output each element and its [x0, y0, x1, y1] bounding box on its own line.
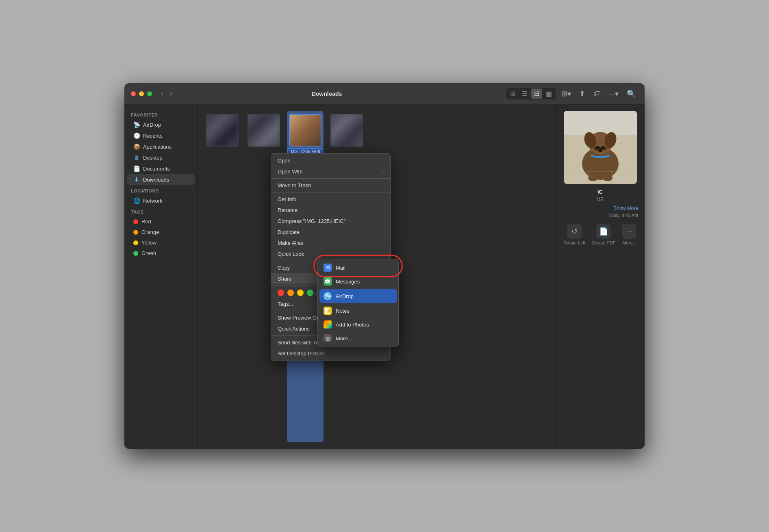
tag-button[interactable]: 🏷 [591, 88, 603, 99]
preview-image [564, 111, 637, 184]
preview-actions: ↺ Rotate Left 📄 Create PDF ··· More... [562, 224, 638, 245]
svg-point-13 [588, 175, 598, 181]
more-actions-button[interactable]: ··· More... [622, 224, 636, 245]
ctx-divider [271, 178, 390, 179]
search-button[interactable]: 🔍 [624, 88, 638, 100]
ctx-make-alias[interactable]: Make Alias [271, 238, 390, 249]
list-view-button[interactable]: ☰ [519, 89, 530, 99]
finder-window: ‹ › Downloads ⊞ ☰ ⊟ ▦ ⊞▾ ⬆ 🏷 ···▾ 🔍 Favo… [124, 83, 645, 449]
ctx-duplicate[interactable]: Duplicate [271, 227, 390, 238]
title-bar: ‹ › Downloads ⊞ ☰ ⊟ ▦ ⊞▾ ⬆ 🏷 ···▾ 🔍 [124, 83, 645, 104]
create-pdf-icon: 📄 [596, 224, 611, 239]
svg-point-11 [603, 147, 604, 147]
sidebar: Favorites 📡 AirDrop 🕐 Recents 📦 Applicat… [124, 104, 198, 449]
notes-icon: 📝 [324, 307, 332, 315]
sidebar-item-network[interactable]: 🌐 Network [127, 195, 195, 206]
yellow-tag-dot [133, 240, 138, 245]
close-button[interactable] [131, 91, 136, 96]
main-content: Favorites 📡 AirDrop 🕐 Recents 📦 Applicat… [124, 104, 645, 449]
create-pdf-label: Create PDF [592, 240, 615, 245]
photos-icon: 🌈 [324, 320, 332, 329]
more-actions-icon: ··· [622, 224, 636, 239]
green-tag-dot [133, 251, 138, 256]
sidebar-item-label: Desktop [143, 155, 163, 161]
rotate-left-icon: ↺ [567, 224, 582, 239]
column-view-button[interactable]: ⊟ [531, 89, 542, 99]
ctx-quick-look[interactable]: Quick Look [271, 249, 390, 260]
tags-label: Tags [124, 206, 197, 216]
orange-tag-dot [133, 230, 138, 235]
locations-label: Locations [124, 185, 197, 195]
gallery-view-button[interactable]: ▦ [543, 89, 555, 99]
more-button[interactable]: ···▾ [606, 88, 621, 100]
sidebar-item-label: AirDrop [143, 122, 161, 128]
airdrop-share-icon: 📡 [324, 292, 332, 300]
minimize-button[interactable] [139, 91, 144, 96]
sidebar-item-tag-orange[interactable]: Orange [127, 227, 195, 237]
share-airdrop[interactable]: 📡 AirDrop [319, 289, 397, 303]
window-title: Downloads [147, 91, 506, 97]
view-controls: ⊞ ☰ ⊟ ▦ [506, 88, 556, 99]
rotate-left-label: Rotate Left [564, 240, 586, 245]
file-thumbnail [330, 114, 363, 147]
sidebar-item-tag-green[interactable]: Green [127, 248, 195, 258]
share-mail[interactable]: ✉ Mail [318, 261, 398, 275]
ctx-compress[interactable]: Compress "IMG_1235.HEIC" [271, 216, 390, 227]
red-tag-dot [133, 219, 138, 224]
sidebar-item-tag-yellow[interactable]: Yellow [127, 238, 195, 248]
share-button[interactable]: ⬆ [577, 88, 588, 100]
ctx-open-with[interactable]: Open With › [271, 166, 390, 177]
ctx-rename[interactable]: Rename [271, 205, 390, 216]
sidebar-item-downloads[interactable]: ⬇ Downloads [127, 174, 195, 185]
ctx-set-desktop[interactable]: Set Desktop Picture [271, 348, 390, 359]
svg-point-8 [596, 146, 599, 149]
ctx-move-to-trash[interactable]: Move to Trash [271, 180, 390, 191]
color-tag-yellow[interactable] [297, 290, 304, 296]
preview-filesize: MB [562, 197, 638, 202]
messages-icon: 💬 [324, 277, 332, 285]
arrow-icon: › [382, 169, 384, 175]
svg-point-12 [598, 149, 602, 152]
sidebar-item-label: Green [141, 250, 156, 256]
documents-icon: 📄 [133, 165, 140, 172]
sidebar-item-applications[interactable]: 📦 Applications [127, 141, 195, 152]
ctx-get-info[interactable]: Get Info [271, 194, 390, 205]
icon-view-button[interactable]: ⊞ [507, 89, 518, 99]
color-tag-red[interactable] [278, 290, 284, 296]
sidebar-item-airdrop[interactable]: 📡 AirDrop [127, 119, 195, 130]
share-more[interactable]: ⊕ More... [318, 331, 398, 345]
rotate-left-button[interactable]: ↺ Rotate Left [564, 224, 586, 245]
show-more-button[interactable]: Show More [562, 205, 638, 211]
share-messages[interactable]: 💬 Messages [318, 275, 398, 288]
sidebar-item-label: Applications [143, 144, 172, 150]
more-actions-label: More... [622, 240, 636, 245]
share-add-to-photos[interactable]: 🌈 Add to Photos [318, 318, 398, 331]
file-thumbnail [248, 114, 280, 147]
sidebar-item-label: Orange [141, 229, 159, 235]
color-tag-green[interactable] [307, 290, 313, 296]
color-tag-orange[interactable] [287, 290, 294, 296]
mail-icon: ✉ [324, 264, 332, 272]
sidebar-item-desktop[interactable]: 🖥 Desktop [127, 152, 195, 163]
recents-icon: 🕐 [133, 132, 140, 139]
favorites-label: Favorites [124, 109, 197, 119]
share-notes[interactable]: 📝 Notes [318, 304, 398, 318]
create-pdf-button[interactable]: 📄 Create PDF [592, 224, 615, 245]
sidebar-item-recents[interactable]: 🕐 Recents [127, 130, 195, 141]
sidebar-item-tag-red[interactable]: Red [127, 216, 195, 227]
ctx-open[interactable]: Open [271, 155, 390, 166]
sidebar-item-label: Recents [143, 133, 163, 139]
sidebar-item-label: Downloads [143, 177, 169, 183]
svg-rect-1 [564, 111, 637, 135]
list-item[interactable] [204, 111, 241, 442]
file-area[interactable]: Open Open With › Move to Trash Get Info … [198, 104, 555, 449]
sidebar-item-label: Documents [143, 166, 170, 172]
airdrop-icon: 📡 [133, 121, 140, 128]
preview-panel: IC MB Show More Today, 9:45 AM ↺ Rotate … [555, 104, 645, 449]
downloads-icon: ⬇ [133, 176, 140, 183]
arrange-button[interactable]: ⊞▾ [559, 88, 573, 100]
file-thumbnail-selected [289, 114, 322, 147]
sidebar-item-documents[interactable]: 📄 Documents [127, 163, 195, 174]
svg-point-14 [603, 175, 613, 181]
more-share-icon: ⊕ [324, 334, 332, 342]
